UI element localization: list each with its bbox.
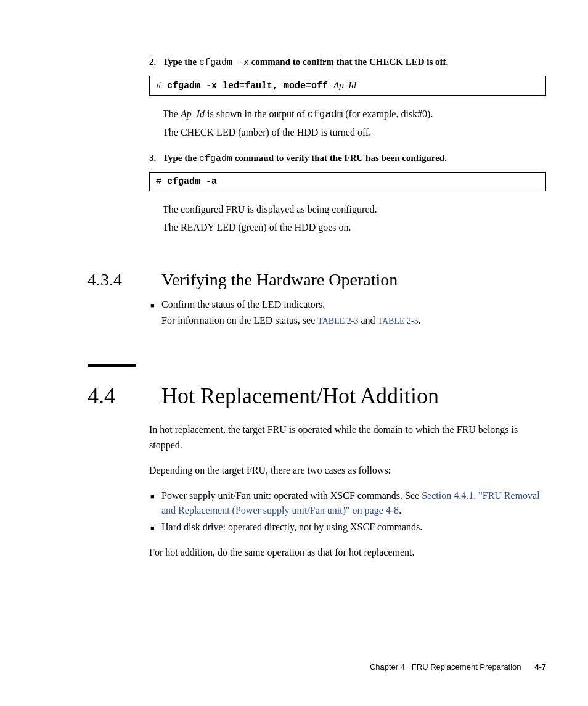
para-44-b: Depending on the target FRU, there are t… [149, 463, 546, 478]
section-4-3-4-title: Verifying the Hardware Operation [161, 270, 398, 290]
footer-chapter: Chapter 4 FRU Replacement Preparation [370, 662, 523, 671]
bullet-icon: ■ [150, 488, 161, 519]
bullet-434-a: ■ Confirm the status of the LED indicato… [150, 297, 546, 313]
step-3-post: command to verify that the FRU has been … [232, 153, 447, 163]
section-4-3-4-num: 4.3.4 [88, 270, 161, 290]
para-check-led: The CHECK LED (amber) of the HDD is turn… [163, 125, 546, 141]
bullet-44-b-text: Hard disk drive: operated directly, not … [161, 520, 546, 535]
para-ready-led: The READY LED (green) of the HDD goes on… [163, 220, 546, 236]
section-4-4-heading: 4.4 Hot Replacement/Hot Addition [88, 383, 546, 409]
section-4-4-title: Hot Replacement/Hot Addition [161, 383, 439, 409]
page-footer: Chapter 4 FRU Replacement Preparation 4-… [370, 662, 546, 671]
bullet-icon: ■ [150, 297, 161, 313]
code-1-arg: Ap_Id [333, 80, 356, 90]
xref-table-2-5[interactable]: TABLE 2-5 [378, 316, 419, 326]
page: 2. Type the cfgadm -x command to confirm… [0, 0, 588, 706]
code-1-cmd: cfgadm -x led=fault, mode=off [167, 81, 333, 91]
b434b-pre: For information on the LED status, see [161, 315, 317, 326]
b434b-mid: and [358, 315, 377, 326]
p1a-pre: The [163, 109, 181, 119]
para-configured: The configured FRU is displayed as being… [163, 202, 546, 218]
code-box-2: # cfgadm -a [149, 172, 546, 192]
step-2-post: command to confirm that the CHECK LED is… [249, 57, 448, 67]
step-3-mono: cfgadm [199, 154, 232, 164]
section-4-3-4-heading: 4.3.4 Verifying the Hardware Operation [88, 270, 546, 290]
bullet-44-b: ■ Hard disk drive: operated directly, no… [150, 520, 546, 535]
step-3-line: 3. Type the cfgadm command to verify tha… [149, 152, 546, 166]
step-2-line: 2. Type the cfgadm -x command to confirm… [149, 55, 546, 70]
section-rule [88, 364, 136, 367]
code-1-prompt: # [156, 81, 167, 91]
step-3: 3. Type the cfgadm command to verify tha… [149, 152, 546, 191]
p1a-post: (for example, disk#0). [343, 109, 433, 119]
step-number: 3. [149, 153, 163, 163]
para-44-c: For hot addition, do the same operation … [149, 545, 546, 560]
xref-table-2-3[interactable]: TABLE 2-3 [317, 316, 358, 326]
bullet-icon: ■ [150, 520, 161, 535]
para-ap-id: The Ap_Id is shown in the output of cfga… [163, 107, 546, 123]
code-box-1: # cfgadm -x led=fault, mode=off Ap_Id [149, 76, 546, 96]
code-2-cmd: cfgadm -a [167, 176, 217, 187]
bullet-434-b: For information on the LED status, see T… [161, 313, 546, 329]
step-2: 2. Type the cfgadm -x command to confirm… [149, 55, 546, 96]
code-2-prompt: # [156, 176, 167, 187]
section-4-4-num: 4.4 [88, 383, 161, 409]
step-2-mono: cfgadm -x [199, 57, 249, 68]
bullet-44-a: ■ Power supply unit/Fan unit: operated w… [150, 488, 546, 519]
step-2-pre: Type the [163, 57, 199, 67]
b44a-post: . [399, 505, 401, 515]
step-3-pre: Type the [163, 153, 199, 163]
p1a-mono: cfgadm [308, 109, 343, 120]
footer-chapter-title: FRU Replacement Preparation [412, 662, 521, 671]
para-44-a: In hot replacement, the target FRU is op… [149, 422, 546, 453]
p1a-ital: Ap_Id [181, 109, 205, 119]
footer-chapter-num: Chapter 4 [370, 662, 405, 671]
step-2-text: Type the cfgadm -x command to confirm th… [163, 55, 448, 70]
bullet-434-a-text: Confirm the status of the LED indicators… [161, 297, 546, 313]
b44a-pre: Power supply unit/Fan unit: operated wit… [161, 490, 422, 501]
footer-page-number: 4-7 [534, 662, 546, 671]
bullet-434-b-text: For information on the LED status, see T… [161, 313, 546, 329]
step-number: 2. [149, 57, 163, 67]
step-3-text: Type the cfgadm command to verify that t… [163, 152, 447, 166]
p1a-mid: is shown in the output of [205, 109, 308, 119]
b434b-post: . [419, 315, 421, 326]
bullet-44-a-text: Power supply unit/Fan unit: operated wit… [161, 488, 546, 519]
